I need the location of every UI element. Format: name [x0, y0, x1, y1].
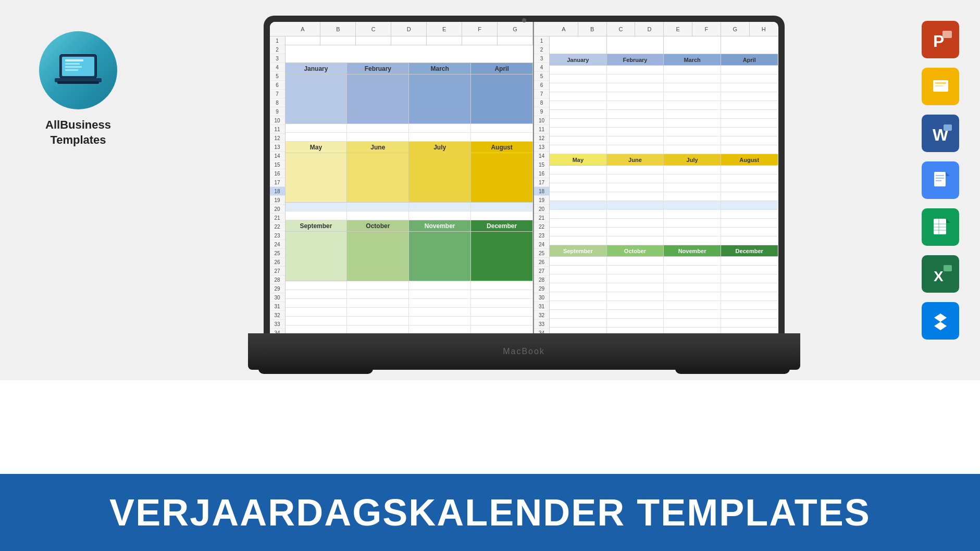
right-col-headers: A B C D E F G H [534, 22, 778, 36]
col-A: A [286, 22, 321, 36]
rcol-C: C [607, 22, 636, 36]
svg-rect-5 [65, 69, 78, 71]
rn-30: 30 [270, 293, 285, 302]
col-F: F [462, 22, 498, 36]
docs-icon[interactable] [922, 161, 959, 199]
rn-28: 28 [270, 276, 285, 284]
svg-rect-14 [935, 85, 943, 86]
rcol-D: D [635, 22, 664, 36]
svg-rect-33 [944, 265, 952, 271]
rcol-F: F [692, 22, 721, 36]
left-row-nums: 1 2 3 4 5 6 7 8 9 10 11 [270, 36, 286, 333]
dropbox-icon[interactable] [922, 302, 959, 340]
rn-9: 9 [270, 107, 285, 116]
word-icon[interactable]: W [922, 115, 959, 152]
banner-text: VERJAARDAGSKALENDER TEMPLATES [109, 491, 871, 534]
col-G: G [498, 22, 533, 36]
camera-dot [522, 18, 526, 22]
sheet-left: A B C D E F G 1 2 [270, 22, 535, 333]
svg-rect-10 [942, 31, 952, 38]
rn-6: 6 [270, 81, 285, 90]
svg-rect-25 [934, 219, 946, 234]
svg-rect-7 [57, 81, 99, 84]
svg-text:X: X [934, 268, 944, 284]
rn-13: 13 [270, 143, 285, 152]
slides-icon[interactable] [922, 68, 959, 105]
sheets-icon[interactable] [922, 208, 959, 246]
rn-14: 14 [270, 152, 285, 160]
rn-32: 32 [270, 311, 285, 320]
rn-29: 29 [270, 284, 285, 293]
laptop: A B C D E F G 1 2 [248, 16, 800, 370]
rcol-H: H [750, 22, 778, 36]
svg-rect-13 [935, 82, 946, 84]
laptop-container: A B C D E F G 1 2 [135, 10, 912, 375]
left-sheet-content: 1 2 3 4 5 6 7 8 9 10 11 [270, 36, 534, 333]
rn-17: 17 [270, 178, 285, 187]
rn-24: 24 [270, 240, 285, 249]
left-grid-area: JanuaryFebruaryMarchAprilMayJuneJulyAugu… [286, 36, 534, 333]
rn-11: 11 [270, 125, 285, 134]
rn-2: 2 [270, 45, 285, 54]
left-col-headers: A B C D E F G [270, 22, 534, 36]
rn-5: 5 [270, 72, 285, 81]
sheet-right: A B C D E F G H 1 [534, 22, 778, 333]
rn-20: 20 [270, 205, 285, 214]
svg-rect-2 [65, 59, 83, 61]
laptop-foot-left [258, 369, 373, 374]
logo-line1: AllBusiness [45, 118, 111, 133]
laptop-screen-outer: A B C D E F G 1 2 [264, 16, 785, 333]
logo-area: AllBusiness Templates [21, 31, 135, 147]
right-grid-area: JanuaryFebruaryMarchAprilMayJuneJulyAugu… [550, 36, 778, 333]
rcol-E: E [664, 22, 692, 36]
logo-circle [39, 31, 117, 109]
rn-23: 23 [270, 231, 285, 240]
rn-10: 10 [270, 116, 285, 125]
logo-line2: Templates [45, 133, 111, 148]
svg-rect-17 [944, 124, 952, 131]
svg-rect-21 [936, 178, 944, 179]
col-E: E [427, 22, 462, 36]
col-D: D [391, 22, 427, 36]
rn-3: 3 [270, 54, 285, 63]
right-row-nums: 1 2 3 4 5 6 7 8 9 10 11 [534, 36, 550, 333]
right-sheet-content: 1 2 3 4 5 6 7 8 9 10 11 [534, 36, 778, 333]
rn-7: 7 [270, 90, 285, 98]
rn-1: 1 [270, 36, 285, 45]
rn-34: 34 [270, 329, 285, 333]
rn-19: 19 [270, 196, 285, 205]
svg-rect-19 [934, 172, 946, 186]
rn-12: 12 [270, 134, 285, 143]
svg-rect-3 [65, 63, 80, 65]
spreadsheet: A B C D E F G 1 2 [270, 22, 778, 333]
rn-22: 22 [270, 222, 285, 231]
rcol-B: B [578, 22, 607, 36]
svg-rect-22 [936, 180, 941, 181]
rcol-G: G [721, 22, 750, 36]
rn-33: 33 [270, 320, 285, 329]
laptop-screen: A B C D E F G 1 2 [270, 22, 778, 333]
rn-15: 15 [270, 160, 285, 169]
svg-rect-4 [65, 66, 82, 68]
laptop-base [248, 333, 800, 370]
rn-31: 31 [270, 302, 285, 311]
col-B: B [320, 22, 356, 36]
rn-21: 21 [270, 214, 285, 222]
excel-icon[interactable]: X [922, 255, 959, 293]
rn-25: 25 [270, 249, 285, 258]
rn-27: 27 [270, 267, 285, 276]
rcol-A: A [550, 22, 578, 36]
svg-rect-20 [936, 175, 944, 176]
laptop-foot-right [675, 369, 790, 374]
bottom-banner: VERJAARDAGSKALENDER TEMPLATES [0, 474, 980, 551]
col-C: C [356, 22, 391, 36]
laptop-logo-icon [55, 52, 102, 89]
rn-16: 16 [270, 169, 285, 178]
rn-4: 4 [270, 63, 285, 72]
right-icons-area: P W [922, 21, 959, 340]
rn-18: 18 [270, 187, 285, 196]
logo-text: AllBusiness Templates [45, 118, 111, 147]
rn-26: 26 [270, 258, 285, 267]
rn-8: 8 [270, 98, 285, 107]
powerpoint-icon[interactable]: P [922, 21, 959, 58]
